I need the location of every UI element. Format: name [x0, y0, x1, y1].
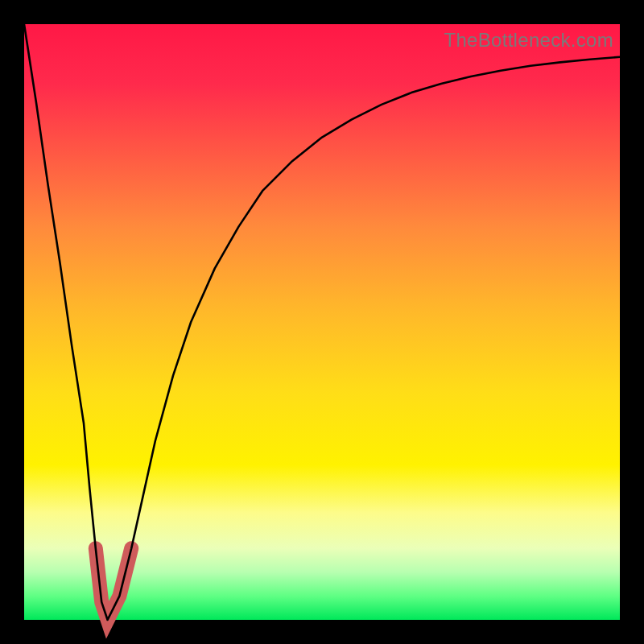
bottleneck-curve — [24, 24, 620, 620]
curve-layer — [24, 24, 620, 620]
chart-frame: TheBottleneck.com — [0, 0, 644, 644]
gradient-plot-area: TheBottleneck.com — [24, 24, 620, 620]
